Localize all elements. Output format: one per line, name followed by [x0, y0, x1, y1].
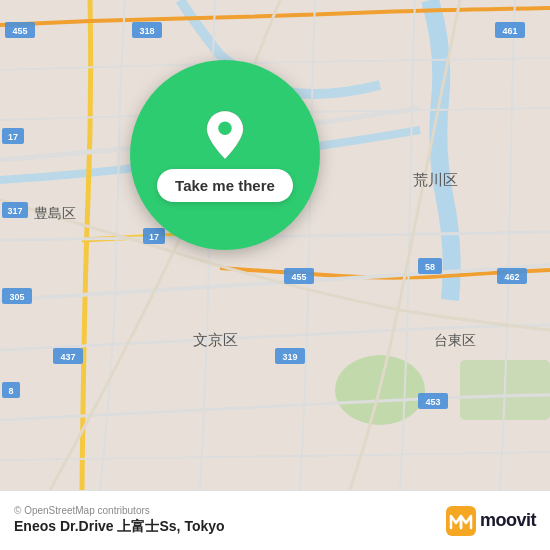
location-pin-icon [203, 109, 247, 161]
svg-text:305: 305 [9, 292, 24, 302]
svg-point-36 [218, 121, 231, 134]
svg-text:文京区: 文京区 [193, 331, 238, 348]
svg-text:437: 437 [60, 352, 75, 362]
svg-text:462: 462 [504, 272, 519, 282]
svg-text:455: 455 [12, 26, 27, 36]
bottom-bar: © OpenStreetMap contributors Eneos Dr.Dr… [0, 490, 550, 550]
place-info: © OpenStreetMap contributors Eneos Dr.Dr… [14, 505, 225, 536]
svg-text:17: 17 [8, 132, 18, 142]
map-container: 455 318 461 17 317 17 455 305 58 462 437 [0, 0, 550, 490]
svg-text:319: 319 [282, 352, 297, 362]
pin-card: Take me there [130, 60, 320, 250]
moovit-brand-text: moovit [480, 510, 536, 531]
svg-text:8: 8 [8, 386, 13, 396]
svg-text:豊島区: 豊島区 [34, 205, 76, 221]
svg-text:317: 317 [7, 206, 22, 216]
svg-text:58: 58 [425, 262, 435, 272]
svg-text:461: 461 [502, 26, 517, 36]
svg-text:17: 17 [149, 232, 159, 242]
place-name: Eneos Dr.Drive 上富士Ss, Tokyo [14, 518, 225, 536]
svg-text:455: 455 [291, 272, 306, 282]
svg-text:荒川区: 荒川区 [413, 171, 458, 188]
moovit-logo-icon [446, 506, 476, 536]
svg-text:318: 318 [139, 26, 154, 36]
map-attribution: © OpenStreetMap contributors [14, 505, 225, 516]
moovit-logo: moovit [446, 506, 536, 536]
svg-text:453: 453 [425, 397, 440, 407]
svg-text:台東区: 台東区 [434, 332, 476, 348]
take-me-there-button[interactable]: Take me there [157, 169, 293, 202]
